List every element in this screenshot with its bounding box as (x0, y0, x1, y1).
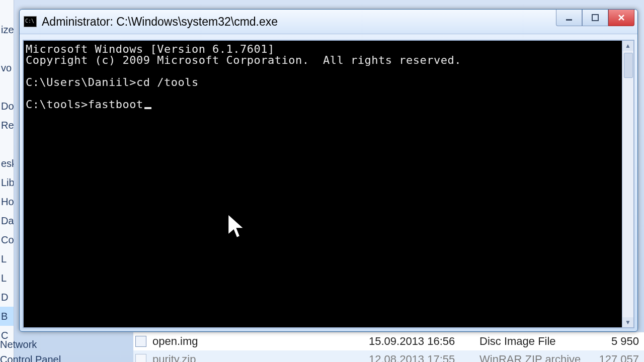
sidebar-frag: Co (0, 230, 14, 249)
sidebar-frag (0, 39, 14, 58)
vertical-scrollbar[interactable]: ▲ ▼ (622, 41, 633, 327)
sidebar-frag: Lib (0, 173, 14, 192)
console-prompt: C:\tools> (26, 98, 88, 111)
nav-control-panel[interactable]: Control Panel (0, 352, 61, 362)
maximize-icon (591, 13, 600, 22)
file-row[interactable]: purity.zip 12.08.2013 17:55 WinRAR ZIP a… (133, 350, 644, 362)
sidebar-frag: esk (0, 154, 14, 173)
console-output[interactable]: Microsoft Windows [Version 6.1.7601] Cop… (24, 41, 622, 327)
cmd-icon (24, 16, 37, 27)
file-name: purity.zip (152, 353, 369, 362)
window-title: Administrator: C:\Windows\system32\cmd.e… (42, 15, 278, 29)
file-type: WinRAR ZIP archive (479, 353, 597, 362)
titlebar[interactable]: Administrator: C:\Windows\system32\cmd.e… (20, 10, 637, 34)
sidebar-frag: D (0, 288, 14, 307)
minimize-icon (565, 13, 574, 22)
file-name: open.img (152, 335, 369, 348)
file-list: open.img 15.09.2013 16:56 Disc Image Fil… (133, 332, 644, 362)
console-line: Copyright (c) 2009 Microsoft Corporation… (26, 54, 461, 66)
window-buttons (556, 10, 634, 26)
sidebar-frag: Ho (0, 192, 14, 211)
sidebar-frag: Da (0, 211, 14, 230)
file-date: 15.09.2013 16:56 (369, 335, 479, 348)
console-command: fastboot (88, 98, 143, 111)
maximize-button[interactable] (582, 10, 608, 26)
file-icon (135, 354, 146, 362)
sidebar-frag: ize (0, 20, 14, 39)
scroll-down-button[interactable]: ▼ (622, 317, 633, 327)
file-icon (135, 336, 146, 347)
svg-rect-0 (566, 19, 572, 21)
cmd-window: Administrator: C:\Windows\system32\cmd.e… (19, 9, 638, 332)
sidebar-frag: vo (0, 58, 14, 77)
sidebar-frag (0, 77, 14, 97)
nav-network[interactable]: Network (0, 337, 61, 352)
close-button[interactable] (608, 10, 634, 26)
file-size: 127 057 (597, 353, 644, 362)
svg-rect-1 (592, 15, 598, 21)
file-size: 5 950 (597, 335, 644, 348)
file-type: Disc Image File (479, 335, 597, 348)
console-frame: Microsoft Windows [Version 6.1.7601] Cop… (23, 40, 634, 328)
sidebar-frag: Do (0, 97, 14, 116)
console-prompt: C:\Users\Daniil> (26, 76, 136, 88)
console-command: cd /tools (136, 76, 199, 88)
sidebar-frag: Re (0, 116, 14, 135)
mouse-cursor-icon (171, 202, 191, 230)
sidebar-frag: B (0, 307, 14, 326)
scroll-up-button[interactable]: ▲ (622, 41, 633, 51)
explorer-sidebar-fragment: ize vo Do Re esk Lib Ho Da Co L L D B C (0, 0, 14, 362)
minimize-button[interactable] (556, 10, 582, 26)
file-row[interactable]: open.img 15.09.2013 16:56 Disc Image Fil… (133, 332, 644, 350)
sidebar-frag: L (0, 268, 14, 288)
explorer-lowleft: Network Control Panel (0, 337, 61, 362)
sidebar-frag: L (0, 249, 14, 268)
text-cursor (144, 107, 151, 109)
close-icon (617, 13, 626, 22)
sidebar-frag (0, 135, 14, 154)
scroll-thumb[interactable] (624, 53, 633, 78)
file-date: 12.08.2013 17:55 (369, 353, 479, 362)
